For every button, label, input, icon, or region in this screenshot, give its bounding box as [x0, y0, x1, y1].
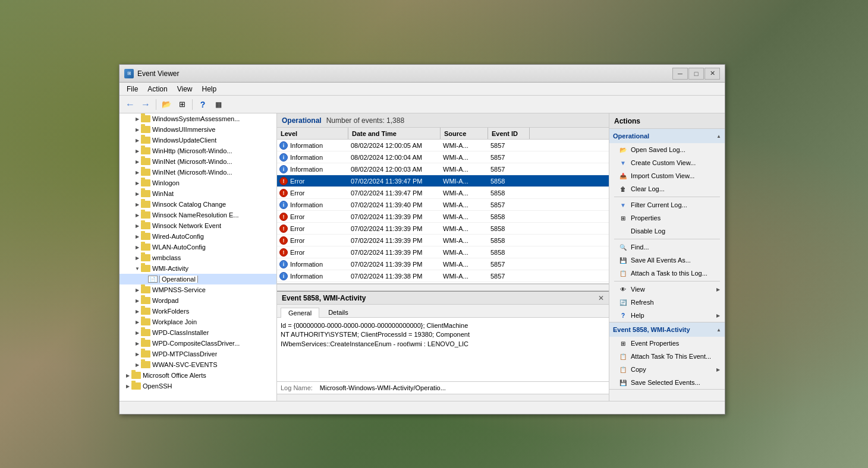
maximize-button[interactable]: □	[688, 68, 704, 80]
tree-item[interactable]: ▶WinINet (Microsoft-Windo...	[119, 167, 276, 178]
tree-item[interactable]: ▶WPD-MTPClassDriver	[119, 349, 276, 359]
folder-icon	[141, 254, 150, 261]
tree-item-label: WindowsUIImmersive	[152, 126, 215, 133]
menu-bar: File Action View Help	[119, 83, 725, 96]
action-item[interactable]: ▼ Filter Current Log...	[609, 198, 725, 211]
close-button[interactable]: ✕	[705, 68, 720, 80]
forward-button[interactable]: →	[139, 97, 153, 112]
table-row[interactable]: ! Error 07/02/2024 11:39:47 PM WMI-A... …	[277, 187, 609, 199]
table-row[interactable]: i Information 08/02/2024 12:00:04 AM WMI…	[277, 151, 609, 163]
tree-item[interactable]: ▶Winsock NameResolution E...	[119, 210, 276, 220]
tree-expand-icon: ▶	[134, 350, 141, 358]
action-item[interactable]: 📂 Open Saved Log...	[609, 143, 725, 156]
tree-item[interactable]: ▶WindowsUIImmersive	[119, 124, 276, 135]
table-row[interactable]: ! Error 07/02/2024 11:39:39 PM WMI-A... …	[277, 246, 609, 258]
cell-eventid: 5858	[488, 246, 530, 258]
filter-icon: ▼	[620, 160, 626, 166]
tree-item-label: WinHttp (Microsoft-Windo...	[152, 147, 232, 154]
folder-icon	[141, 158, 150, 165]
tree-item[interactable]: ▶WWAN-SVC-EVENTS	[119, 359, 276, 370]
menu-view[interactable]: View	[172, 84, 197, 94]
menu-help[interactable]: Help	[197, 84, 222, 94]
tree-item[interactable]: ▼WMI-Activity	[119, 263, 276, 274]
table-row[interactable]: ! Error 07/02/2024 11:39:39 PM WMI-A... …	[277, 235, 609, 246]
tree-expand-icon: ▶	[134, 179, 141, 186]
action-item[interactable]: 📋 Copy ▶	[609, 363, 725, 376]
tree-item[interactable]: ▶Workplace Join	[119, 317, 276, 327]
table-row[interactable]: i Information 08/02/2024 12:00:05 AM WMI…	[277, 140, 609, 151]
col-header-level[interactable]: Level	[277, 128, 348, 139]
action-item[interactable]: 🔍 Find...	[609, 241, 725, 254]
minimize-button[interactable]: ─	[672, 68, 688, 80]
info-icon: i	[279, 260, 288, 268]
action-item[interactable]: ⊞ Properties	[609, 211, 725, 224]
tree-item[interactable]: ▶OpenSSH	[119, 381, 276, 391]
table-row[interactable]: ! Error 07/02/2024 11:39:39 PM WMI-A... …	[277, 223, 609, 235]
create-view-button[interactable]: ⊞	[175, 97, 189, 112]
tree-item[interactable]: ▶WLAN-AutoConfig	[119, 242, 276, 252]
filter-toolbar-button[interactable]: ▦	[211, 97, 225, 112]
tree-item[interactable]: ▶WPD-ClassInstaller	[119, 327, 276, 338]
events-horizontal-scrollbar[interactable]	[277, 283, 609, 290]
tree-item[interactable]: ▶WPD-CompositeClassDriver...	[119, 338, 276, 349]
col-header-source[interactable]: Source	[441, 128, 488, 139]
tree-item-label: WWAN-SVC-EVENTS	[152, 361, 218, 368]
folder-icon	[141, 190, 150, 197]
tree-item[interactable]: ▶WinNat	[119, 188, 276, 199]
tree-expand-icon: ▶	[134, 318, 141, 325]
tree-item[interactable]: ▶Winlogon	[119, 178, 276, 188]
actions-section-header[interactable]: Operational▲	[609, 129, 725, 143]
col-header-date[interactable]: Date and Time	[348, 128, 441, 139]
action-item[interactable]: 💾 Save All Events As...	[609, 254, 725, 267]
table-row[interactable]: ! Error 07/02/2024 11:39:39 PM WMI-A... …	[277, 211, 609, 223]
folder-icon	[141, 233, 150, 240]
action-item[interactable]: 👁 View ▶	[609, 283, 725, 296]
action-item[interactable]: 🔄 Refresh	[609, 296, 725, 309]
table-row[interactable]: i Information 08/02/2024 12:00:03 AM WMI…	[277, 163, 609, 175]
cell-source: WMI-A...	[441, 151, 488, 163]
table-row[interactable]: i Information 07/02/2024 11:39:38 PM WMI…	[277, 270, 609, 282]
tree-item[interactable]: ▶wmbclass	[119, 252, 276, 263]
tree-item[interactable]: ▶Wired-AutoConfig	[119, 231, 276, 242]
menu-file[interactable]: File	[122, 84, 143, 94]
detail-close-button[interactable]: ✕	[598, 294, 604, 302]
action-item[interactable]: ▼ Create Custom View...	[609, 156, 725, 169]
tree-item[interactable]: ▶WMPNSS-Service	[119, 284, 276, 295]
tab-general[interactable]: General	[281, 308, 319, 318]
action-item[interactable]: ? Help ▶	[609, 309, 725, 322]
tree-item[interactable]: ▶Winsock Network Event	[119, 220, 276, 231]
tree-item-label: WinINet (Microsoft-Windo...	[152, 169, 232, 176]
open-log-button[interactable]: 📂	[159, 97, 174, 112]
table-row[interactable]: i Information 07/02/2024 11:39:39 PM WMI…	[277, 258, 609, 270]
help-toolbar-button[interactable]: ?	[196, 97, 210, 112]
tree-item[interactable]: ▶WindowsUpdateClient	[119, 135, 276, 146]
tree-item[interactable]: ▶Wordpad	[119, 295, 276, 306]
action-item[interactable]: 📋 Attach a Task to this Log...	[609, 267, 725, 280]
tree-item[interactable]: ▶WinINet (Microsoft-Windo...	[119, 156, 276, 167]
tab-details[interactable]: Details	[320, 307, 356, 317]
detail-text-line2: NT AUTHORITY\SYSTEM; ClientProcessId = 1…	[281, 330, 605, 339]
table-row[interactable]: i Information 07/02/2024 11:39:40 PM WMI…	[277, 199, 609, 211]
menu-action[interactable]: Action	[143, 84, 172, 94]
actions-section-header[interactable]: Event 5858, WMI-Activity▲	[609, 322, 725, 337]
tree-item[interactable]: ▶WinHttp (Microsoft-Windo...	[119, 146, 276, 156]
section-collapse-icon: ▲	[716, 134, 721, 139]
tree-item[interactable]: ▶WorkFolders	[119, 306, 276, 317]
events-list[interactable]: i Information 08/02/2024 12:00:05 AM WMI…	[277, 140, 609, 283]
table-row[interactable]: ! Error 07/02/2024 11:39:47 PM WMI-A... …	[277, 175, 609, 187]
action-item[interactable]: 💾 Save Selected Events...	[609, 376, 725, 389]
detail-horizontal-scrollbar[interactable]	[277, 394, 609, 401]
action-icon: 🗑	[619, 185, 627, 193]
action-item[interactable]: ⊞ Event Properties	[609, 337, 725, 350]
back-button[interactable]: ←	[123, 97, 137, 112]
action-item[interactable]: Disable Log	[609, 224, 725, 238]
tree-item[interactable]: ▶WindowsSystemAssessmen...	[119, 113, 276, 124]
action-item[interactable]: 🗑 Clear Log...	[609, 182, 725, 195]
tree-item[interactable]: ▶Microsoft Office Alerts	[119, 370, 276, 381]
tree-item[interactable]: 📄Operational	[119, 274, 276, 284]
action-item[interactable]: 📋 Attach Task To This Event...	[609, 350, 725, 363]
tree-item[interactable]: ▶Winsock Catalog Change	[119, 199, 276, 210]
tree-expand-icon: ▶	[134, 222, 141, 229]
action-item[interactable]: 📥 Import Custom View...	[609, 169, 725, 182]
col-header-eventid[interactable]: Event ID	[488, 128, 530, 139]
